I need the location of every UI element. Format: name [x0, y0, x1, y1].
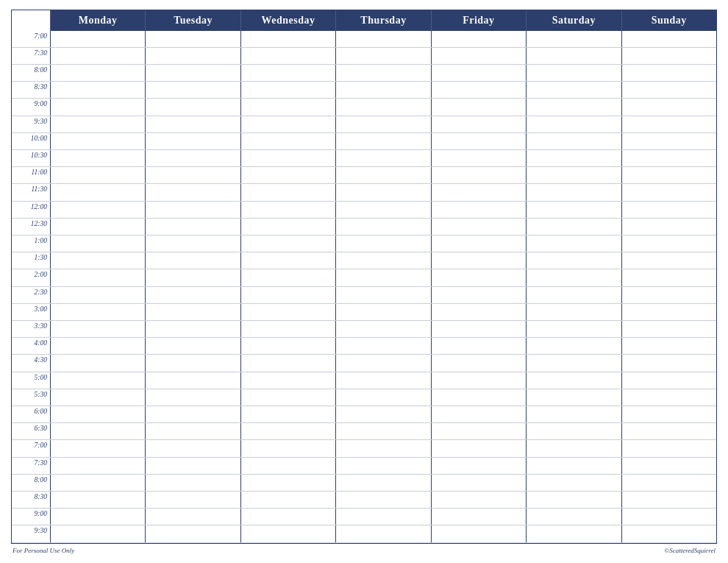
day-cell[interactable] — [240, 509, 335, 525]
day-cell[interactable] — [50, 150, 145, 166]
day-cell[interactable] — [50, 355, 145, 371]
day-cell[interactable] — [145, 219, 240, 235]
day-cell[interactable] — [50, 321, 145, 337]
day-cell[interactable] — [145, 99, 240, 115]
day-cell[interactable] — [240, 167, 335, 183]
day-cell[interactable] — [145, 492, 240, 508]
day-cell[interactable] — [621, 150, 716, 166]
day-cell[interactable] — [621, 31, 716, 47]
day-cell[interactable] — [431, 150, 526, 166]
day-cell[interactable] — [621, 492, 716, 508]
day-cell[interactable] — [526, 458, 621, 474]
day-cell[interactable] — [335, 82, 430, 98]
day-cell[interactable] — [335, 389, 430, 406]
day-cell[interactable] — [431, 167, 526, 183]
day-cell[interactable] — [335, 31, 430, 47]
day-cell[interactable] — [240, 99, 335, 115]
day-cell[interactable] — [526, 475, 621, 491]
day-cell[interactable] — [431, 116, 526, 132]
day-cell[interactable] — [526, 252, 621, 269]
day-cell[interactable] — [50, 82, 145, 98]
day-cell[interactable] — [50, 202, 145, 218]
day-cell[interactable] — [335, 48, 430, 64]
day-cell[interactable] — [621, 82, 716, 98]
day-cell[interactable] — [621, 252, 716, 269]
day-cell[interactable] — [50, 252, 145, 269]
day-cell[interactable] — [240, 492, 335, 508]
day-cell[interactable] — [50, 423, 145, 439]
day-cell[interactable] — [240, 236, 335, 252]
day-cell[interactable] — [621, 406, 716, 422]
day-cell[interactable] — [145, 475, 240, 491]
day-cell[interactable] — [526, 82, 621, 98]
day-cell[interactable] — [145, 372, 240, 389]
day-cell[interactable] — [431, 31, 526, 47]
day-cell[interactable] — [431, 492, 526, 508]
day-cell[interactable] — [335, 355, 430, 371]
day-cell[interactable] — [621, 338, 716, 354]
day-cell[interactable] — [335, 167, 430, 183]
day-cell[interactable] — [431, 458, 526, 474]
day-cell[interactable] — [145, 509, 240, 525]
day-cell[interactable] — [240, 355, 335, 371]
day-cell[interactable] — [526, 321, 621, 337]
day-cell[interactable] — [431, 48, 526, 64]
day-cell[interactable] — [526, 355, 621, 371]
day-cell[interactable] — [50, 287, 145, 303]
day-cell[interactable] — [431, 133, 526, 149]
day-cell[interactable] — [240, 389, 335, 406]
day-cell[interactable] — [240, 440, 335, 456]
day-cell[interactable] — [526, 338, 621, 354]
day-cell[interactable] — [50, 99, 145, 115]
day-cell[interactable] — [526, 48, 621, 64]
day-cell[interactable] — [240, 321, 335, 337]
day-cell[interactable] — [240, 82, 335, 98]
day-cell[interactable] — [621, 133, 716, 149]
day-cell[interactable] — [50, 167, 145, 183]
day-cell[interactable] — [145, 423, 240, 439]
day-cell[interactable] — [526, 389, 621, 406]
day-cell[interactable] — [621, 116, 716, 132]
day-cell[interactable] — [526, 304, 621, 320]
day-cell[interactable] — [240, 252, 335, 269]
day-cell[interactable] — [335, 202, 430, 218]
day-cell[interactable] — [335, 116, 430, 132]
day-cell[interactable] — [50, 184, 145, 200]
day-cell[interactable] — [335, 236, 430, 252]
day-cell[interactable] — [431, 525, 526, 542]
day-cell[interactable] — [526, 492, 621, 508]
day-cell[interactable] — [50, 133, 145, 149]
day-cell[interactable] — [335, 287, 430, 303]
day-cell[interactable] — [621, 167, 716, 183]
day-cell[interactable] — [50, 219, 145, 235]
day-cell[interactable] — [621, 423, 716, 439]
day-cell[interactable] — [335, 150, 430, 166]
day-cell[interactable] — [145, 133, 240, 149]
day-cell[interactable] — [145, 525, 240, 542]
day-cell[interactable] — [50, 65, 145, 81]
day-cell[interactable] — [50, 475, 145, 491]
day-cell[interactable] — [526, 406, 621, 422]
day-cell[interactable] — [145, 406, 240, 422]
day-cell[interactable] — [526, 202, 621, 218]
day-cell[interactable] — [431, 184, 526, 200]
day-cell[interactable] — [50, 236, 145, 252]
day-cell[interactable] — [145, 304, 240, 320]
day-cell[interactable] — [621, 99, 716, 115]
day-cell[interactable] — [431, 440, 526, 456]
day-cell[interactable] — [621, 355, 716, 371]
day-cell[interactable] — [526, 99, 621, 115]
day-cell[interactable] — [240, 31, 335, 47]
day-cell[interactable] — [145, 440, 240, 456]
day-cell[interactable] — [431, 252, 526, 269]
day-cell[interactable] — [240, 150, 335, 166]
day-cell[interactable] — [240, 458, 335, 474]
day-cell[interactable] — [335, 304, 430, 320]
day-cell[interactable] — [526, 133, 621, 149]
day-cell[interactable] — [50, 31, 145, 47]
day-cell[interactable] — [621, 48, 716, 64]
day-cell[interactable] — [621, 202, 716, 218]
day-cell[interactable] — [145, 269, 240, 286]
day-cell[interactable] — [335, 338, 430, 354]
day-cell[interactable] — [145, 202, 240, 218]
